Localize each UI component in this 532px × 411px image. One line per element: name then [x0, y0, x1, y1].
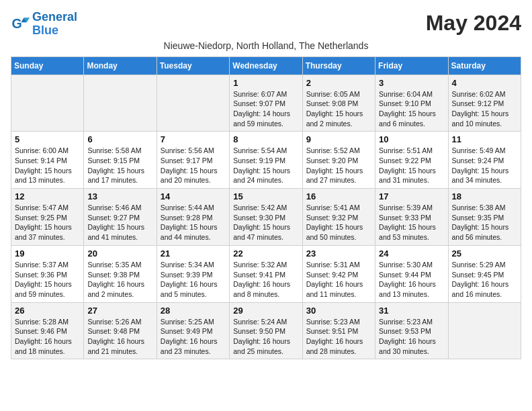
day-info: Sunrise: 5:24 AM Sunset: 9:50 PM Dayligh…	[233, 317, 298, 357]
weekday-header-sunday: Sunday	[11, 56, 84, 75]
day-info: Sunrise: 5:52 AM Sunset: 9:20 PM Dayligh…	[306, 146, 371, 185]
calendar-cell: 6Sunrise: 5:58 AM Sunset: 9:15 PM Daylig…	[84, 132, 157, 189]
day-info: Sunrise: 5:31 AM Sunset: 9:42 PM Dayligh…	[306, 260, 371, 300]
subtitle: Nieuwe-Niedorp, North Holland, The Nethe…	[11, 40, 521, 51]
svg-text:G: G	[11, 15, 21, 30]
weekday-header-friday: Friday	[375, 56, 448, 75]
calendar-table: SundayMondayTuesdayWednesdayThursdayFrid…	[11, 56, 521, 360]
day-number: 6	[87, 134, 152, 144]
calendar-cell: 15Sunrise: 5:42 AM Sunset: 9:30 PM Dayli…	[230, 189, 302, 246]
calendar-cell: 8Sunrise: 5:54 AM Sunset: 9:19 PM Daylig…	[230, 132, 302, 189]
day-number: 14	[161, 191, 226, 201]
day-number: 4	[452, 78, 517, 88]
day-number: 23	[306, 248, 371, 259]
day-number: 19	[15, 248, 80, 259]
day-number: 30	[306, 306, 371, 316]
day-number: 18	[452, 191, 517, 201]
calendar-cell	[11, 75, 84, 132]
logo: G General Blue	[11, 11, 77, 38]
day-info: Sunrise: 6:07 AM Sunset: 9:07 PM Dayligh…	[233, 89, 298, 129]
calendar-week-2: 5Sunrise: 6:00 AM Sunset: 9:14 PM Daylig…	[11, 132, 521, 189]
day-number: 28	[161, 306, 226, 316]
day-number: 27	[87, 306, 152, 316]
logo-text: General Blue	[32, 11, 77, 38]
calendar-week-4: 19Sunrise: 5:37 AM Sunset: 9:36 PM Dayli…	[11, 245, 521, 302]
day-number: 7	[161, 134, 226, 144]
calendar-cell: 16Sunrise: 5:41 AM Sunset: 9:32 PM Dayli…	[302, 189, 375, 246]
day-number: 15	[233, 191, 298, 201]
calendar-cell: 5Sunrise: 6:00 AM Sunset: 9:14 PM Daylig…	[11, 132, 84, 189]
calendar-body: 1Sunrise: 6:07 AM Sunset: 9:07 PM Daylig…	[11, 75, 521, 359]
day-number: 1	[233, 78, 298, 88]
day-number: 9	[306, 134, 371, 144]
day-info: Sunrise: 5:32 AM Sunset: 9:41 PM Dayligh…	[233, 260, 298, 300]
calendar-cell: 1Sunrise: 6:07 AM Sunset: 9:07 PM Daylig…	[230, 75, 302, 132]
day-info: Sunrise: 5:56 AM Sunset: 9:17 PM Dayligh…	[161, 146, 226, 185]
day-number: 10	[379, 134, 444, 144]
day-number: 12	[15, 191, 80, 201]
day-info: Sunrise: 5:30 AM Sunset: 9:44 PM Dayligh…	[379, 260, 444, 300]
logo-line2: Blue	[32, 24, 58, 37]
day-info: Sunrise: 6:00 AM Sunset: 9:14 PM Dayligh…	[15, 146, 80, 185]
calendar-cell: 2Sunrise: 6:05 AM Sunset: 9:08 PM Daylig…	[302, 75, 375, 132]
weekday-header-row: SundayMondayTuesdayWednesdayThursdayFrid…	[11, 56, 521, 75]
calendar-cell: 20Sunrise: 5:35 AM Sunset: 9:38 PM Dayli…	[84, 245, 157, 302]
day-info: Sunrise: 5:34 AM Sunset: 9:39 PM Dayligh…	[161, 260, 226, 300]
day-number: 31	[379, 306, 444, 316]
calendar-cell: 27Sunrise: 5:26 AM Sunset: 9:48 PM Dayli…	[84, 302, 157, 359]
day-number: 11	[452, 134, 517, 144]
calendar-cell: 21Sunrise: 5:34 AM Sunset: 9:39 PM Dayli…	[157, 245, 229, 302]
day-number: 17	[379, 191, 444, 201]
day-info: Sunrise: 5:58 AM Sunset: 9:15 PM Dayligh…	[87, 146, 152, 185]
calendar-cell: 23Sunrise: 5:31 AM Sunset: 9:42 PM Dayli…	[302, 245, 375, 302]
calendar-cell: 22Sunrise: 5:32 AM Sunset: 9:41 PM Dayli…	[230, 245, 302, 302]
logo-icon: G	[11, 15, 30, 34]
calendar-cell	[448, 302, 521, 359]
calendar-cell: 28Sunrise: 5:25 AM Sunset: 9:49 PM Dayli…	[157, 302, 229, 359]
day-info: Sunrise: 5:54 AM Sunset: 9:19 PM Dayligh…	[233, 146, 298, 185]
day-info: Sunrise: 6:05 AM Sunset: 9:08 PM Dayligh…	[306, 89, 371, 129]
calendar-cell: 29Sunrise: 5:24 AM Sunset: 9:50 PM Dayli…	[230, 302, 302, 359]
day-number: 22	[233, 248, 298, 259]
day-number: 24	[379, 248, 444, 259]
day-number: 26	[15, 306, 80, 316]
day-number: 2	[306, 78, 371, 88]
calendar-cell: 12Sunrise: 5:47 AM Sunset: 9:25 PM Dayli…	[11, 189, 84, 246]
weekday-header-monday: Monday	[84, 56, 157, 75]
day-info: Sunrise: 5:37 AM Sunset: 9:36 PM Dayligh…	[15, 260, 80, 300]
calendar-cell: 18Sunrise: 5:38 AM Sunset: 9:35 PM Dayli…	[448, 189, 521, 246]
day-number: 8	[233, 134, 298, 144]
day-info: Sunrise: 6:04 AM Sunset: 9:10 PM Dayligh…	[379, 89, 444, 129]
day-number: 29	[233, 306, 298, 316]
calendar-cell	[157, 75, 229, 132]
day-info: Sunrise: 5:26 AM Sunset: 9:48 PM Dayligh…	[87, 317, 152, 357]
day-number: 21	[161, 248, 226, 259]
calendar-cell: 14Sunrise: 5:44 AM Sunset: 9:28 PM Dayli…	[157, 189, 229, 246]
day-info: Sunrise: 5:42 AM Sunset: 9:30 PM Dayligh…	[233, 203, 298, 242]
calendar-cell: 4Sunrise: 6:02 AM Sunset: 9:12 PM Daylig…	[448, 75, 521, 132]
month-title: May 2024	[426, 11, 521, 36]
calendar-cell	[84, 75, 157, 132]
day-number: 20	[87, 248, 152, 259]
calendar-week-1: 1Sunrise: 6:07 AM Sunset: 9:07 PM Daylig…	[11, 75, 521, 132]
day-info: Sunrise: 5:25 AM Sunset: 9:49 PM Dayligh…	[161, 317, 226, 357]
page-header: G General Blue May 2024	[11, 11, 521, 38]
weekday-header-saturday: Saturday	[448, 56, 521, 75]
day-info: Sunrise: 5:28 AM Sunset: 9:46 PM Dayligh…	[15, 317, 80, 357]
day-info: Sunrise: 5:41 AM Sunset: 9:32 PM Dayligh…	[306, 203, 371, 242]
calendar-cell: 26Sunrise: 5:28 AM Sunset: 9:46 PM Dayli…	[11, 302, 84, 359]
calendar-cell: 17Sunrise: 5:39 AM Sunset: 9:33 PM Dayli…	[375, 189, 448, 246]
day-info: Sunrise: 5:44 AM Sunset: 9:28 PM Dayligh…	[161, 203, 226, 242]
day-info: Sunrise: 5:38 AM Sunset: 9:35 PM Dayligh…	[452, 203, 517, 242]
calendar-week-3: 12Sunrise: 5:47 AM Sunset: 9:25 PM Dayli…	[11, 189, 521, 246]
weekday-header-thursday: Thursday	[302, 56, 375, 75]
calendar-cell: 7Sunrise: 5:56 AM Sunset: 9:17 PM Daylig…	[157, 132, 229, 189]
day-info: Sunrise: 5:51 AM Sunset: 9:22 PM Dayligh…	[379, 146, 444, 185]
logo-line1: General	[32, 10, 77, 24]
day-number: 3	[379, 78, 444, 88]
calendar-cell: 10Sunrise: 5:51 AM Sunset: 9:22 PM Dayli…	[375, 132, 448, 189]
day-number: 13	[87, 191, 152, 201]
calendar-week-5: 26Sunrise: 5:28 AM Sunset: 9:46 PM Dayli…	[11, 302, 521, 359]
day-info: Sunrise: 5:47 AM Sunset: 9:25 PM Dayligh…	[15, 203, 80, 242]
day-number: 25	[452, 248, 517, 259]
